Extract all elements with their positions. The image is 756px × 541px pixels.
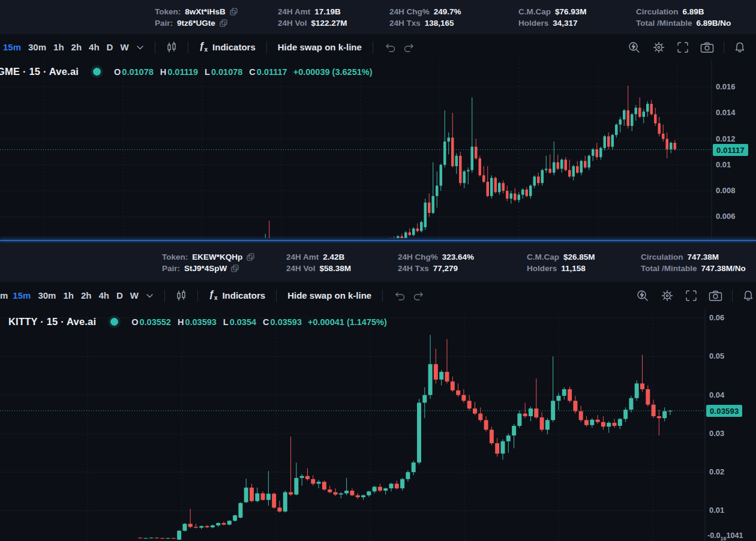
vol-value: $58.38M — [320, 264, 352, 273]
token-value: 8wXt*iHsB — [185, 7, 226, 16]
candlestick-chart-gme[interactable]: GME · 15 · Ave.ai O0.01078 H0.01119 L0.0… — [0, 60, 756, 238]
candlestick-chart-kitty[interactable]: KITTY · 15 · Ave.ai O0.03552 H0.03593 L0… — [0, 309, 756, 541]
timeframe-1h[interactable]: 1h — [63, 290, 74, 300]
pair-label: Pair: — [155, 19, 173, 28]
indicators-button[interactable]: ƒx Indicators — [209, 289, 265, 301]
cap-value: $76.93M — [555, 7, 587, 16]
chevron-down-icon[interactable] — [136, 44, 144, 50]
close-value: 0.01117 — [257, 67, 287, 77]
timeframe-2h[interactable]: 2h — [71, 42, 82, 52]
timeframe-d[interactable]: D — [107, 42, 113, 52]
copy-pair-button[interactable] — [220, 19, 227, 27]
price-tick: 0.014 — [716, 108, 736, 117]
fullscreen-icon[interactable] — [685, 290, 697, 302]
timeframe-4h[interactable]: 4h — [89, 42, 100, 52]
high-value: 0.03593 — [185, 317, 216, 327]
undo-icon[interactable] — [394, 290, 406, 301]
token-info-bar-2: Token:EKEW*KQHp Pair:StJ9*4SpW 24H Amt2.… — [0, 243, 756, 282]
timeframe-4h[interactable]: 4h — [98, 290, 109, 300]
chg-value: 323.64% — [442, 253, 474, 262]
supply-column: Circulation747.38M Total /Mintable747.38… — [641, 253, 746, 273]
circulation-value: 747.38M — [688, 253, 719, 262]
price-tick: 0.04 — [709, 390, 724, 399]
gear-icon[interactable] — [661, 289, 674, 302]
txs-value: 138,165 — [425, 19, 454, 28]
last-price-tag-gme: 0.01117 — [713, 144, 748, 156]
txs-label: 24H Txs — [398, 264, 429, 273]
timeframe-1h[interactable]: 1h — [53, 42, 64, 52]
change-value: +0.00041 (1.1475%) — [308, 317, 387, 327]
camera-icon[interactable] — [709, 290, 722, 302]
gear-icon[interactable] — [652, 41, 665, 54]
indicators-button[interactable]: ƒx Indicators — [199, 41, 256, 53]
fullscreen-icon[interactable] — [677, 41, 689, 53]
total-mintable-label: Total /Mintable — [636, 19, 692, 28]
price-tick: 0.01 — [716, 160, 731, 169]
copy-token-button[interactable] — [247, 253, 254, 261]
timeframe-2h[interactable]: 2h — [81, 290, 92, 300]
close-label: C — [263, 317, 269, 327]
price-axis-kitty[interactable]: 0.060.050.040.030.020.01-0.0161041 — [705, 309, 756, 541]
flash-search-icon[interactable] — [636, 289, 649, 302]
open-value: 0.01078 — [122, 67, 153, 77]
timeframe-15m[interactable]: 15m — [13, 290, 31, 300]
cap-label: C.M.Cap — [518, 7, 551, 16]
token-pair-column: Token:8wXt*iHsB Pair:9tz6*UGte — [155, 7, 238, 28]
chg-label: 24H Chg% — [389, 7, 430, 16]
price-tick: 0.03 — [709, 429, 724, 438]
amt-label: 24H Amt — [278, 7, 310, 16]
chart-toolbar-2: m 15m 30m 1h 2h 4h D W ƒx Indicators Hid… — [0, 282, 756, 309]
holders-label: Holders — [527, 264, 557, 273]
pair-label: Pair: — [162, 264, 180, 273]
open-label: O — [131, 317, 138, 327]
timeframe-w[interactable]: W — [130, 290, 139, 300]
chart-canvas-kitty[interactable] — [0, 309, 756, 541]
circulation-label: Circulation — [636, 7, 679, 16]
low-label: L — [223, 317, 229, 327]
panel-divider[interactable] — [0, 238, 756, 243]
undo-icon[interactable] — [384, 42, 396, 53]
low-label: L — [205, 67, 210, 77]
token-label: Token: — [162, 253, 188, 262]
copy-token-button[interactable] — [230, 8, 238, 16]
price-tick: 0.05 — [709, 351, 724, 360]
price-tick: 0.012 — [716, 134, 736, 143]
token-label: Token: — [155, 7, 181, 16]
cap-column: C.M.Cap$26.85M Holders11,158 — [527, 253, 595, 273]
change-column: 24H Chg%249.7% 24H Txs138,165 — [389, 7, 461, 28]
hide-swap-button[interactable]: Hide swap on k-line — [287, 290, 371, 300]
high-label: H — [178, 317, 184, 327]
bell-icon[interactable] — [734, 41, 746, 53]
chevron-down-icon[interactable] — [146, 293, 154, 299]
bell-icon[interactable] — [742, 290, 754, 302]
token-info-bar-1: Token:8wXt*iHsB Pair:9tz6*UGte 24H Amt17… — [0, 0, 756, 34]
fx-icon: ƒx — [209, 289, 217, 301]
chg-label: 24H Chg% — [398, 253, 438, 262]
timeframe-15m[interactable]: 15m — [3, 42, 21, 52]
txs-value: 77,279 — [433, 264, 458, 273]
timeframe-d[interactable]: D — [116, 290, 123, 300]
pair-value: 9tz6*UGte — [177, 19, 215, 28]
timeframe-30m[interactable]: 30m — [28, 42, 46, 52]
high-value: 0.01119 — [167, 67, 198, 77]
flash-search-icon[interactable] — [628, 41, 641, 54]
redo-icon[interactable] — [413, 290, 425, 301]
timeframe-partial[interactable]: m — [0, 290, 8, 300]
close-label: C — [249, 67, 255, 77]
amount-column: 24H Amt17.19B 24H Vol$122.27M — [278, 7, 347, 28]
copy-pair-button[interactable] — [231, 265, 239, 272]
timeframe-30m[interactable]: 30m — [38, 290, 56, 300]
timeframe-w[interactable]: W — [120, 42, 128, 52]
fx-icon: ƒx — [199, 41, 208, 53]
close-value: 0.03593 — [271, 317, 302, 327]
camera-icon[interactable] — [700, 41, 714, 53]
candle-style-icon[interactable] — [176, 290, 187, 302]
redo-icon[interactable] — [403, 42, 415, 53]
price-tick: 0.02 — [709, 467, 724, 476]
hide-swap-button[interactable]: Hide swap on k-line — [278, 42, 362, 52]
trading-app: Token:8wXt*iHsB Pair:9tz6*UGte 24H Amt17… — [0, 0, 756, 541]
circulation-label: Circulation — [641, 253, 683, 262]
supply-column: Circulation6.89B Total /Mintable6.89B/No — [636, 7, 731, 28]
candle-style-icon[interactable] — [166, 41, 177, 53]
chart-canvas-gme[interactable] — [0, 60, 756, 238]
